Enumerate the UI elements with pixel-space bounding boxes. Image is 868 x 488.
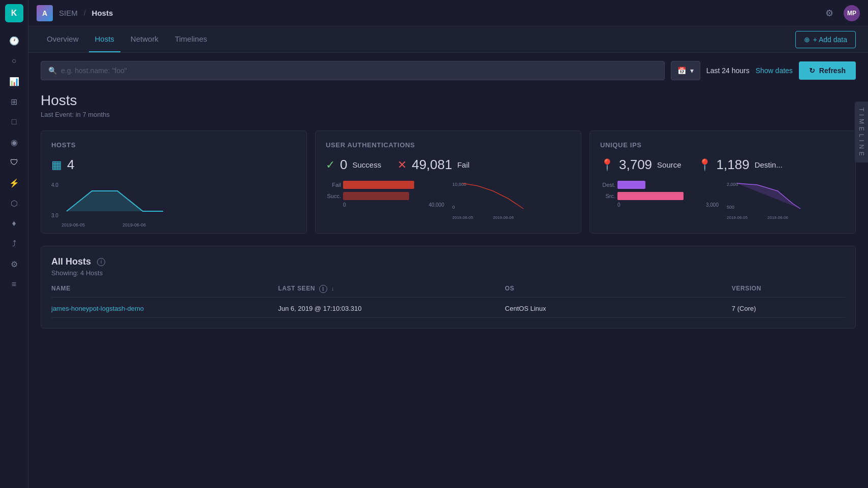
sidebar-icon-graph[interactable]: ⬡ <box>5 194 23 212</box>
ips-bar-src-label: Src. <box>600 193 615 199</box>
breadcrumb-separator: / <box>84 9 86 17</box>
topbar-page-label: Hosts <box>92 9 113 17</box>
sidebar-icon-dashboard[interactable]: ⊞ <box>5 92 23 111</box>
topbar: A SIEM / Hosts ⚙ MP <box>28 0 868 26</box>
page-header: Hosts Last Event: in 7 months <box>41 92 856 118</box>
page-subtitle: Last Event: in 7 months <box>41 111 856 118</box>
svg-text:500: 500 <box>727 205 734 210</box>
sort-icon[interactable]: ↓ <box>331 285 334 291</box>
col-header-version: Version <box>732 285 845 293</box>
host-name-cell[interactable]: james-honeypot-logstash-demo <box>51 305 278 312</box>
bar-succ-label: Succ. <box>326 193 341 199</box>
tab-network[interactable]: Network <box>125 26 165 52</box>
svg-text:2019-06-05: 2019-06-05 <box>61 222 85 227</box>
sidebar: K 🕐 ○ 📊 ⊞ □ ◉ 🛡 ⚡ ⬡ ♦ ⤴ ⚙ ≡ <box>0 0 28 488</box>
auth-line-chart: 10,000 0 2019-06-05 2019-06-06 <box>452 181 529 211</box>
time-picker[interactable]: 📅 ▾ <box>671 61 700 80</box>
col-header-os: OS <box>505 285 732 293</box>
all-hosts-header: All Hosts i <box>51 256 845 267</box>
hosts-count: 4 <box>67 157 74 173</box>
sidebar-icon-management[interactable]: ≡ <box>5 275 23 294</box>
svg-text:2019-06-06: 2019-06-06 <box>493 215 514 220</box>
svg-text:2019-06-06: 2019-06-06 <box>767 215 788 220</box>
svg-text:3.0: 3.0 <box>51 213 58 218</box>
col-header-name: Name <box>51 285 278 293</box>
hosts-count-value: ▦ 4 <box>51 157 74 173</box>
main-content: Overview Hosts Network Timelines ⊕ + Add… <box>28 26 868 488</box>
svg-text:2019-06-05: 2019-06-05 <box>452 215 473 220</box>
dest-pin-icon: 📍 <box>698 158 711 172</box>
tab-hosts[interactable]: Hosts <box>89 26 120 52</box>
hosts-grid-icon: ▦ <box>51 158 62 172</box>
auth-fail-count: 49,081 <box>412 157 452 173</box>
page-title: Hosts <box>41 92 856 109</box>
sidebar-icon-discover[interactable]: ○ <box>5 52 23 70</box>
auth-success-count: 0 <box>340 157 347 173</box>
bar-fail-label: Fail <box>326 182 341 188</box>
content-area: 🔍 📅 ▾ Last 24 hours Show dates ↻ Refresh… <box>28 53 868 488</box>
tab-timelines[interactable]: Timelines <box>169 26 213 52</box>
time-range-label: Last 24 hours <box>706 67 750 75</box>
auth-card-title: User Authentications <box>326 141 571 149</box>
auth-fail-value: ✕ 49,081 Fail <box>397 157 470 173</box>
svg-text:2,000: 2,000 <box>727 182 738 187</box>
search-row: 🔍 📅 ▾ Last 24 hours Show dates ↻ Refresh <box>41 61 856 80</box>
gear-icon[interactable]: ⚙ <box>821 5 838 21</box>
app-logo: A <box>37 5 53 21</box>
fail-x-icon: ✕ <box>397 158 407 172</box>
show-dates-button[interactable]: Show dates <box>756 67 793 75</box>
ips-dest-value: 📍 1,189 Destin... <box>698 157 783 173</box>
sidebar-icon-maps[interactable]: ◉ <box>5 133 23 151</box>
auth-success-value: ✓ 0 Success <box>326 157 381 173</box>
add-data-button[interactable]: ⊕ + Add data <box>795 31 856 48</box>
sidebar-icon-siem[interactable]: 🛡 <box>5 153 23 172</box>
source-pin-icon: 📍 <box>600 158 614 172</box>
search-input[interactable] <box>61 67 657 75</box>
svg-text:4.0: 4.0 <box>51 182 58 188</box>
timeline-sidebar[interactable]: T I M E L I N E <box>855 102 868 162</box>
ips-bar-x1: 3,000 <box>706 202 719 208</box>
svg-text:10,000: 10,000 <box>452 182 467 187</box>
host-os-cell: CentOS Linux <box>505 305 732 312</box>
refresh-button[interactable]: ↻ Refresh <box>799 61 856 80</box>
ips-metric-values: 📍 3,709 Source 📍 1,189 Destin... <box>600 157 845 173</box>
ips-line-chart: 2,000 500 2019-06-05 2019-06-06 <box>727 181 803 211</box>
sidebar-icon-time[interactable]: 🕐 <box>5 31 23 50</box>
sidebar-icon-apm[interactable]: ♦ <box>5 214 23 233</box>
success-checkmark-icon: ✓ <box>326 158 335 172</box>
metrics-row: Hosts ▦ 4 4.0 3.0 2019-06-05 2019-06-06 <box>41 131 856 234</box>
ips-dest-count: 1,189 <box>717 157 750 173</box>
auth-metric-values: ✓ 0 Success ✕ 49,081 Fail <box>326 157 571 173</box>
ips-bar-dest-label: Dest. <box>600 182 615 188</box>
sidebar-icon-uptime[interactable]: ⤴ <box>5 235 23 253</box>
tab-overview[interactable]: Overview <box>41 26 85 52</box>
auth-card: User Authentications ✓ 0 Success ✕ 49,08… <box>315 131 581 234</box>
topbar-right: ⚙ MP <box>821 5 860 21</box>
hosts-line-chart: 4.0 3.0 2019-06-05 2019-06-06 <box>51 181 163 221</box>
ips-card-title: Unique IPs <box>600 141 845 149</box>
search-icon: 🔍 <box>48 67 57 75</box>
hosts-card-title: Hosts <box>51 141 296 149</box>
all-hosts-section: All Hosts i Showing: 4 Hosts Name Last S… <box>41 246 856 329</box>
last-seen-info-icon[interactable]: i <box>319 285 327 293</box>
auth-bar-x0: 0 <box>343 202 346 208</box>
kibana-logo[interactable]: K <box>5 4 23 22</box>
auth-bar-x1: 40,000 <box>428 202 444 208</box>
refresh-icon: ↻ <box>809 67 815 75</box>
table-row: james-honeypot-logstash-demo Jun 6, 2019… <box>51 300 845 318</box>
ips-card: Unique IPs 📍 3,709 Source 📍 1,189 Destin… <box>590 131 856 234</box>
sidebar-icon-visualize[interactable]: 📊 <box>5 72 23 90</box>
all-hosts-info-icon[interactable]: i <box>97 258 105 266</box>
table-header: Name Last Seen i ↓ OS Version <box>51 285 845 298</box>
sidebar-icon-canvas[interactable]: □ <box>5 113 23 131</box>
ips-dest-label: Destin... <box>755 160 783 169</box>
sidebar-icon-ml[interactable]: ⚡ <box>5 174 23 192</box>
sidebar-icon-devtools[interactable]: ⚙ <box>5 255 23 273</box>
avatar[interactable]: MP <box>844 5 860 21</box>
topbar-siem-label[interactable]: SIEM <box>59 9 78 17</box>
host-last-seen-cell: Jun 6, 2019 @ 17:10:03.310 <box>278 305 505 312</box>
search-box[interactable]: 🔍 <box>41 61 665 80</box>
svg-text:0: 0 <box>452 205 455 210</box>
hosts-card: Hosts ▦ 4 4.0 3.0 2019-06-05 2019-06-06 <box>41 131 307 234</box>
svg-text:2019-06-05: 2019-06-05 <box>727 215 748 220</box>
